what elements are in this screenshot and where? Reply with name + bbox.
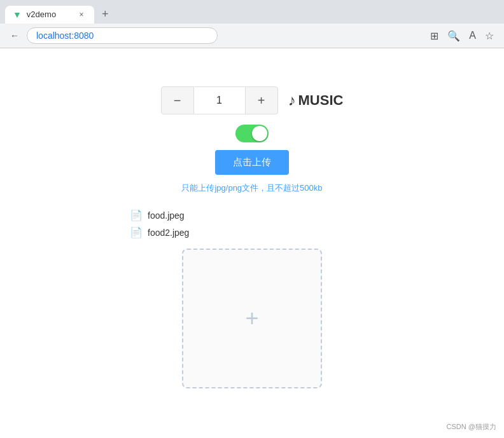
toggle-thumb <box>252 126 267 141</box>
increment-button[interactable]: + <box>245 86 278 114</box>
decrement-button[interactable]: − <box>161 86 194 114</box>
url-input[interactable] <box>27 27 218 44</box>
list-item[interactable]: 📄 food2.jpeg <box>125 224 379 241</box>
file-icon: 📄 <box>130 226 143 238</box>
toolbar-icons: ⊞ 🔍 A ☆ <box>430 30 494 42</box>
upload-hint: 只能上传jpg/png文件，且不超过500kb <box>181 182 322 194</box>
file-name: food2.jpeg <box>148 228 189 238</box>
address-bar: ← ⊞ 🔍 A ☆ <box>0 24 504 48</box>
file-list: 📄 food.jpeg 📄 food2.jpeg <box>125 207 379 241</box>
tab-title: v2demo <box>27 10 71 19</box>
browser-chrome: ▼ v2demo × + ← ⊞ 🔍 A ☆ <box>0 0 504 48</box>
toggle-row[interactable] <box>235 125 269 142</box>
watermark: CSDN @猫摸力 <box>447 422 496 430</box>
list-item[interactable]: 📄 food.jpeg <box>125 207 379 224</box>
toggle-switch[interactable] <box>235 125 269 142</box>
music-text: MUSIC <box>298 92 344 109</box>
upload-button[interactable]: 点击上传 <box>215 150 289 175</box>
upload-plus-icon: + <box>245 307 258 330</box>
music-label: ♪ MUSIC <box>288 92 344 109</box>
file-name: food.jpeg <box>148 210 185 221</box>
file-icon: 📄 <box>130 209 143 221</box>
counter-value: 1 <box>194 86 245 114</box>
tab-favicon: ▼ <box>13 10 22 20</box>
page-content: − 1 + ♪ MUSIC 点击上传 只能上传jpg/png文件，且不超过500… <box>0 48 504 430</box>
counter-row: − 1 + ♪ MUSIC <box>161 86 344 114</box>
bookmark-icon[interactable]: ☆ <box>485 30 494 42</box>
active-tab[interactable]: ▼ v2demo × <box>5 6 94 24</box>
font-size-icon[interactable]: A <box>469 30 476 41</box>
grid-icon[interactable]: ⊞ <box>430 30 438 42</box>
close-tab-button[interactable]: × <box>76 10 87 20</box>
new-tab-button[interactable]: + <box>97 5 114 24</box>
zoom-icon[interactable]: 🔍 <box>447 30 460 42</box>
music-note-icon: ♪ <box>288 92 296 109</box>
back-button[interactable]: ← <box>10 31 19 41</box>
tab-bar: ▼ v2demo × + <box>0 0 504 24</box>
upload-drop-area[interactable]: + <box>182 249 322 388</box>
